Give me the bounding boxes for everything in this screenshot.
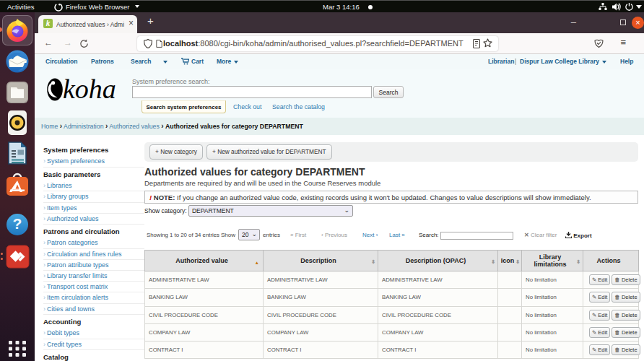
svg-text:?: ? bbox=[13, 215, 22, 232]
svg-text:koha: koha bbox=[63, 76, 116, 104]
